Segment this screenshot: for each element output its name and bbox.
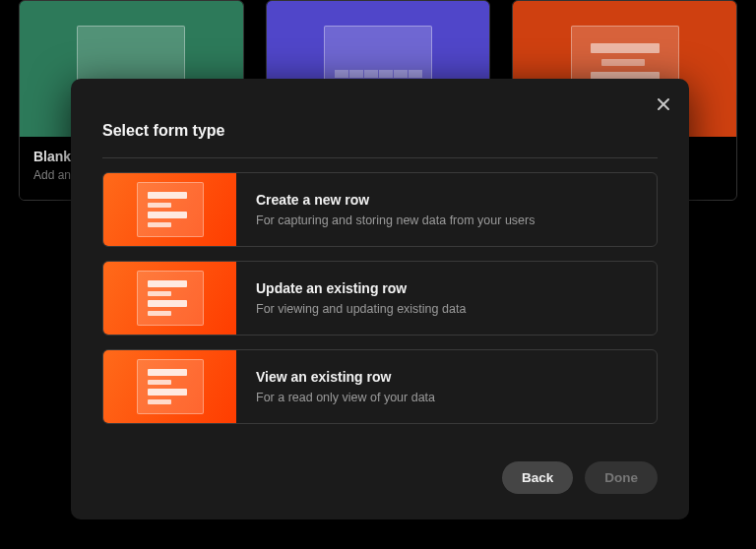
form-type-options: Create a new row For capturing and stori… [71, 158, 689, 424]
option-view-row[interactable]: View an existing row For a read only vie… [102, 349, 658, 424]
form-icon [103, 262, 236, 335]
done-button[interactable]: Done [585, 461, 658, 494]
option-subtitle: For a read only view of your data [256, 391, 637, 404]
modal-footer: Back Done [71, 461, 689, 519]
select-form-type-modal: Select form type Create a new row For ca… [71, 79, 689, 519]
option-title: View an existing row [256, 369, 637, 385]
modal-header: Select form type [71, 79, 689, 140]
close-icon[interactable] [652, 92, 675, 116]
option-subtitle: For capturing and storing new data from … [256, 214, 637, 227]
option-title: Update an existing row [256, 280, 637, 296]
option-update-row[interactable]: Update an existing row For viewing and u… [102, 261, 658, 336]
modal-title: Select form type [102, 122, 658, 140]
form-icon [103, 350, 236, 423]
form-icon [103, 173, 236, 246]
back-button[interactable]: Back [502, 461, 573, 494]
option-subtitle: For viewing and updating existing data [256, 302, 637, 316]
option-create-row[interactable]: Create a new row For capturing and stori… [102, 172, 658, 247]
option-title: Create a new row [256, 192, 637, 208]
